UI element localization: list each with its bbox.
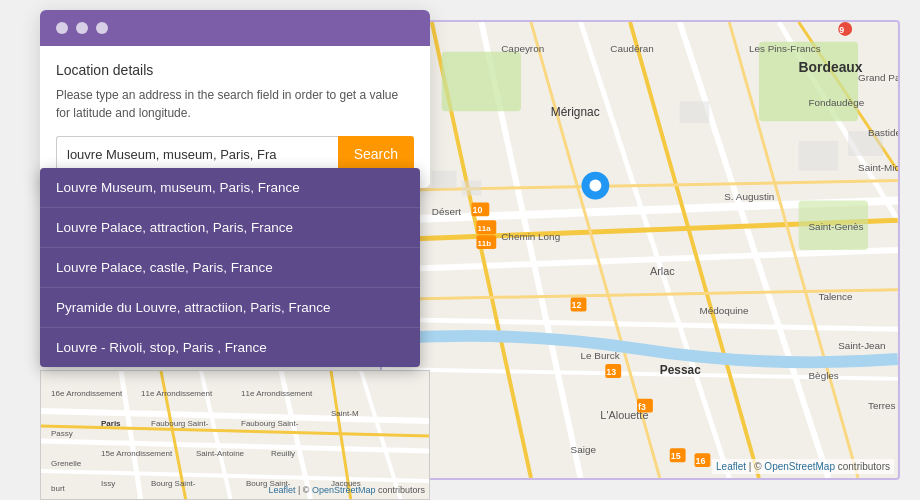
svg-text:16e Arrondissement: 16e Arrondissement xyxy=(51,389,123,398)
svg-text:Saige: Saige xyxy=(571,444,597,455)
svg-text:11b: 11b xyxy=(477,239,491,248)
header-dot-2 xyxy=(76,22,88,34)
svg-text:15e Arrondissement: 15e Arrondissement xyxy=(101,449,173,458)
svg-point-68 xyxy=(589,180,601,192)
svg-text:Bordeaux: Bordeaux xyxy=(799,59,863,75)
leaflet-link[interactable]: Leaflet xyxy=(716,461,746,472)
svg-text:burt: burt xyxy=(51,484,66,493)
search-dropdown: Louvre Museum, museum, Paris, France Lou… xyxy=(40,168,420,367)
svg-rect-23 xyxy=(799,141,839,171)
dropdown-item-4[interactable]: Louvre - Rivoli, stop, Paris , France xyxy=(40,328,420,367)
svg-text:Bègles: Bègles xyxy=(809,370,839,381)
dropdown-item-3[interactable]: Pyramide du Louvre, attractiion, Paris, … xyxy=(40,288,420,328)
search-button[interactable]: Search xyxy=(338,136,414,172)
dropdown-item-0[interactable]: Louvre Museum, museum, Paris, France xyxy=(40,168,420,208)
location-card: Location details Please type an address … xyxy=(40,10,430,188)
svg-text:11a: 11a xyxy=(477,224,491,233)
svg-text:Paris: Paris xyxy=(101,419,121,428)
search-input[interactable] xyxy=(56,136,338,172)
osm-link[interactable]: OpenStreetMap xyxy=(764,461,835,472)
svg-text:Caudéran: Caudéran xyxy=(610,43,654,54)
svg-text:12: 12 xyxy=(572,300,582,310)
svg-text:Grand Parc: Grand Parc xyxy=(858,72,898,83)
svg-text:Passy: Passy xyxy=(51,429,73,438)
header-dot-1 xyxy=(56,22,68,34)
svg-text:Mérignac: Mérignac xyxy=(551,105,600,119)
svg-text:Médoquine: Médoquine xyxy=(699,305,749,316)
svg-text:S. Augustin: S. Augustin xyxy=(724,191,774,202)
svg-text:15: 15 xyxy=(671,451,681,461)
svg-text:Capeyron: Capeyron xyxy=(501,43,544,54)
svg-text:Saint-Antoine: Saint-Antoine xyxy=(196,449,245,458)
svg-text:Bourg Saint-: Bourg Saint- xyxy=(151,479,196,488)
svg-text:Faubourg Saint-: Faubourg Saint- xyxy=(151,419,209,428)
svg-text:Terres Neuves: Terres Neuves xyxy=(868,400,898,411)
svg-rect-22 xyxy=(462,181,482,196)
small-leaflet-link[interactable]: Leaflet xyxy=(268,485,295,495)
attribution-suffix: contributors xyxy=(838,461,890,472)
svg-text:Bastide Niel: Bastide Niel xyxy=(868,127,898,138)
card-body: Location details Please type an address … xyxy=(40,46,430,188)
svg-text:10: 10 xyxy=(472,205,482,215)
svg-text:Grenelle: Grenelle xyxy=(51,459,82,468)
svg-text:Le Burck: Le Burck xyxy=(581,350,620,361)
svg-text:Saint-Jean: Saint-Jean xyxy=(838,340,885,351)
svg-text:11e Arrondissement: 11e Arrondissement xyxy=(241,389,313,398)
location-description: Please type an address in the search fie… xyxy=(56,86,414,122)
small-map-attribution: Leaflet | © OpenStreetMap contributors xyxy=(268,485,425,495)
svg-text:Saint-Michel: Saint-Michel xyxy=(858,162,898,173)
svg-rect-17 xyxy=(442,52,521,111)
small-attribution-sep: | © xyxy=(298,485,312,495)
svg-text:13: 13 xyxy=(606,367,616,377)
svg-text:16: 16 xyxy=(696,456,706,466)
svg-text:Désert: Désert xyxy=(432,206,461,217)
map-attribution: Leaflet | © OpenStreetMap contributors xyxy=(712,459,894,474)
svg-text:Faubourg Saint-: Faubourg Saint- xyxy=(241,419,299,428)
svg-text:Pessac: Pessac xyxy=(660,363,701,377)
svg-text:Issy: Issy xyxy=(101,479,115,488)
svg-text:f3: f3 xyxy=(638,402,646,412)
svg-text:Les Pins-Francs: Les Pins-Francs xyxy=(749,43,821,54)
svg-rect-25 xyxy=(680,101,710,123)
svg-text:Saint-Genès: Saint-Genès xyxy=(809,221,864,232)
svg-text:Chemin Long: Chemin Long xyxy=(501,231,560,242)
header-dot-3 xyxy=(96,22,108,34)
small-attribution-suffix: contributors xyxy=(378,485,425,495)
svg-text:Fondaudège: Fondaudège xyxy=(809,97,865,108)
svg-text:Arlac: Arlac xyxy=(650,265,675,277)
small-map[interactable]: 16e Arrondissement 11e Arrondissement 11… xyxy=(40,370,430,500)
svg-text:11e Arrondissement: 11e Arrondissement xyxy=(141,389,213,398)
svg-rect-21 xyxy=(432,171,457,189)
search-row: Search xyxy=(56,136,414,172)
svg-text:Reuilly: Reuilly xyxy=(271,449,295,458)
dropdown-item-2[interactable]: Louvre Palace, castle, Paris, France xyxy=(40,248,420,288)
svg-text:Saint-M: Saint-M xyxy=(331,409,359,418)
dropdown-item-1[interactable]: Louvre Palace, attraction, Paris, France xyxy=(40,208,420,248)
svg-text:Talence: Talence xyxy=(818,291,853,302)
small-osm-link[interactable]: OpenStreetMap xyxy=(312,485,376,495)
main-map[interactable]: Bordeaux Mérignac Désert Chemin Long Arl… xyxy=(380,20,900,480)
card-header xyxy=(40,10,430,46)
location-title: Location details xyxy=(56,62,414,78)
svg-text:9: 9 xyxy=(839,25,844,35)
attribution-separator: | © xyxy=(749,461,765,472)
